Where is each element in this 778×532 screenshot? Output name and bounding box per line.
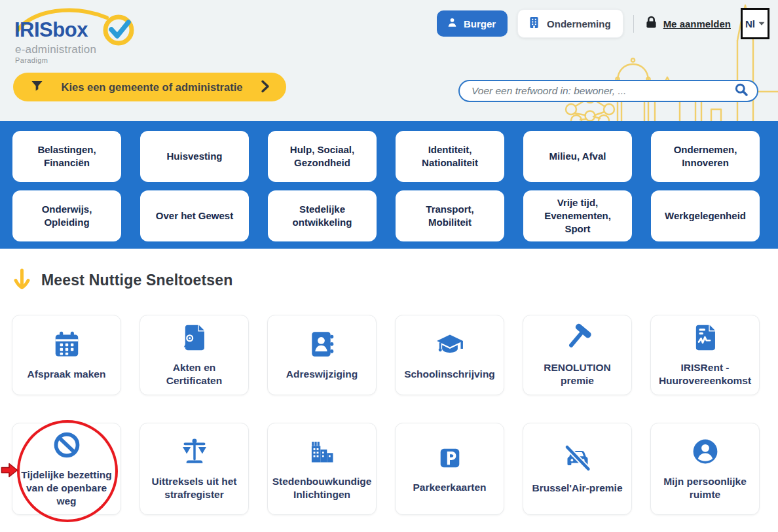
category-card[interactable]: Werkgelegenheid <box>651 190 760 241</box>
header: IRISbox e-administration Paradigm Burger… <box>0 0 778 121</box>
category-label: Onderwijs, Opleiding <box>20 203 113 229</box>
graduation-cap-icon <box>434 329 466 359</box>
category-band: Belastingen, FinanciënHuisvestingHulp, S… <box>0 121 778 249</box>
category-label: Over het Gewest <box>156 209 233 222</box>
lock-icon <box>644 15 659 32</box>
search-input[interactable] <box>472 85 733 97</box>
shortcut-card[interactable]: Afspraak maken <box>12 315 121 395</box>
person-icon <box>446 16 458 31</box>
logo-wordmark: IRISbox <box>14 18 88 42</box>
header-controls: Burger Onderneming Me aanmelden Nl <box>437 8 769 39</box>
enterprise-button-label: Onderneming <box>547 18 611 29</box>
calendar-icon <box>52 329 82 359</box>
category-label: Transport, Mobiliteit <box>403 203 496 229</box>
category-label: Belastingen, Financiën <box>20 143 113 169</box>
citizen-button-label: Burger <box>464 18 496 29</box>
shortcut-card[interactable]: Mijn persoonlijke ruimte <box>650 423 760 515</box>
category-label: Vrije tijd, Evenementen, Sport <box>531 196 624 235</box>
category-card[interactable]: Stedelijke ontwikkeling <box>268 190 377 241</box>
shortcut-card[interactable]: Brussel'Air-premie <box>523 423 632 515</box>
parking-icon <box>435 444 464 472</box>
shortcut-card[interactable]: Parkeerkaarten <box>395 423 504 515</box>
shortcut-label: RENOLUTION premie <box>531 361 623 387</box>
shortcut-label: Tijdelijke bezetting van de openbare weg <box>20 469 113 507</box>
shortcut-label: Stedenbouwkundige Inlichtingen <box>272 475 372 501</box>
language-selector[interactable]: Nl <box>741 8 769 39</box>
category-card[interactable]: Milieu, Afval <box>523 131 632 182</box>
category-label: Huisvesting <box>166 150 222 163</box>
category-label: Hulp, Sociaal, Gezondheid <box>276 143 369 169</box>
shortcut-label: Mijn persoonlijke ruimte <box>659 475 751 501</box>
category-card[interactable]: Ondernemen, Innoveren <box>651 131 760 182</box>
irisbox-homepage: IRISbox e-administration Paradigm Burger… <box>0 0 778 532</box>
chevron-down-icon <box>758 22 765 26</box>
shortcut-card[interactable]: Akten en Certificaten <box>139 315 249 395</box>
category-card[interactable]: Huisvesting <box>140 131 249 182</box>
shortcut-label: Brussel'Air-premie <box>532 482 622 495</box>
hammer-icon <box>563 323 593 353</box>
language-code: Nl <box>745 18 755 29</box>
shortcut-card[interactable]: Schoolinschrijving <box>395 315 504 395</box>
shortcut-label: Afspraak maken <box>28 368 106 381</box>
category-card[interactable]: Hulp, Sociaal, Gezondheid <box>268 131 377 182</box>
chevron-right-icon <box>260 80 270 95</box>
no-entry-icon <box>52 430 82 460</box>
shortcut-card[interactable]: Stedenbouwkundige Inlichtingen <box>267 423 377 515</box>
certificate-icon <box>179 323 210 353</box>
category-card[interactable]: Transport, Mobiliteit <box>396 190 504 241</box>
shortcut-label: Adreswijziging <box>286 368 358 381</box>
filter-icon <box>30 79 44 95</box>
enterprise-button[interactable]: Onderneming <box>517 9 623 38</box>
city-buildings-icon <box>306 436 338 467</box>
category-card[interactable]: Vrije tijd, Evenementen, Sport <box>523 190 632 241</box>
login-link[interactable]: Me aanmelden <box>644 15 731 32</box>
choose-municipality-button[interactable]: Kies een gemeente of administratie <box>13 73 286 101</box>
category-label: Ondernemen, Innoveren <box>659 143 752 169</box>
person-circle-icon <box>690 436 720 467</box>
category-card[interactable]: Over het Gewest <box>140 190 249 241</box>
shortcuts-title: Meest Nuttige Sneltoetsen <box>41 272 233 289</box>
search-icon[interactable] <box>733 82 749 100</box>
shortcut-label: Schoolinschrijving <box>404 368 495 381</box>
shortcut-card[interactable]: RENOLUTION premie <box>523 315 632 395</box>
down-arrow-icon <box>13 268 31 292</box>
shortcut-label: Parkeerkaarten <box>413 481 486 494</box>
divider <box>633 15 634 33</box>
address-book-icon <box>307 329 337 359</box>
category-card[interactable]: Belastingen, Financiën <box>12 131 121 182</box>
category-label: Stedelijke ontwikkeling <box>276 203 369 229</box>
category-label: Werkgelegenheid <box>665 209 746 222</box>
car-slash-icon <box>562 443 593 473</box>
scales-icon <box>178 436 211 467</box>
citizen-button[interactable]: Burger <box>437 10 508 37</box>
category-card[interactable]: Identiteit, Nationaliteit <box>396 131 504 182</box>
rental-contract-icon <box>690 323 720 353</box>
shortcuts-grid: Afspraak makenAkten en CertificatenAdres… <box>12 315 760 515</box>
shortcuts-header: Meest Nuttige Sneltoetsen <box>13 268 233 292</box>
search-bar <box>458 80 758 102</box>
choose-municipality-label: Kies een gemeente of administratie <box>44 81 260 94</box>
category-grid: Belastingen, FinanciënHuisvestingHulp, S… <box>12 131 760 241</box>
shortcut-card[interactable]: Tijdelijke bezetting van de openbare weg <box>12 423 121 515</box>
login-link-label: Me aanmelden <box>663 18 731 29</box>
category-card[interactable]: Onderwijs, Opleiding <box>12 190 121 241</box>
shortcut-card[interactable]: Adreswijziging <box>267 315 377 395</box>
building-icon <box>527 16 541 31</box>
category-label: Identiteit, Nationaliteit <box>403 143 496 169</box>
logo[interactable]: IRISbox e-administration Paradigm <box>13 4 183 66</box>
logo-tagline: e-administration <box>15 43 96 56</box>
category-label: Milieu, Afval <box>549 150 606 163</box>
logo-byline: Paradigm <box>15 56 48 64</box>
shortcut-card[interactable]: Uittreksels uit het strafregister <box>139 423 249 515</box>
shortcut-label: IRISRent - Huurovereenkomst <box>659 361 751 387</box>
shortcut-label: Uittreksels uit het strafregister <box>148 475 240 501</box>
shortcut-label: Akten en Certificaten <box>148 361 240 387</box>
shortcut-card[interactable]: IRISRent - Huurovereenkomst <box>650 315 760 395</box>
